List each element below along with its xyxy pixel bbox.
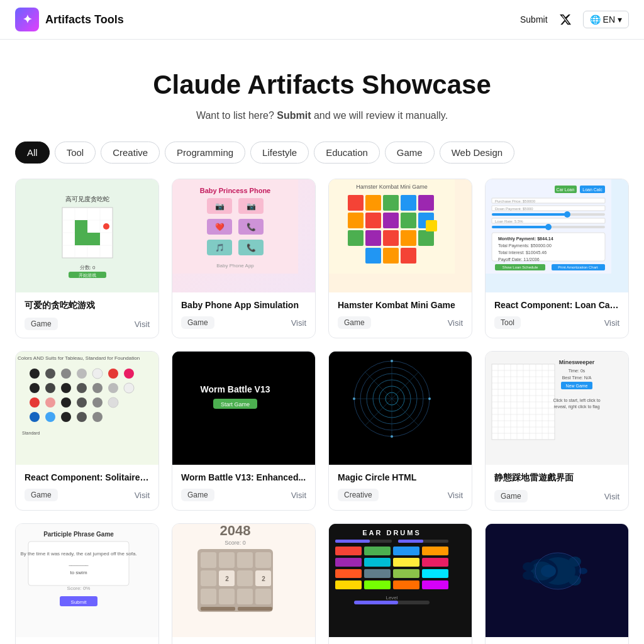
svg-rect-196 (422, 558, 448, 567)
svg-point-91 (92, 383, 103, 393)
svg-point-215 (523, 562, 534, 571)
card-hamster[interactable]: Hamster Kombat Mini Game (328, 179, 472, 338)
svg-text:to swim: to swim (70, 570, 87, 575)
svg-point-103 (77, 412, 87, 422)
svg-rect-202 (364, 580, 391, 589)
filter-bar: All Tool Creative Programming Lifestyle … (0, 142, 644, 179)
card-thumb-fractal (486, 524, 628, 637)
svg-text:reveal, right click to flag: reveal, right click to flag (553, 404, 599, 409)
card-loan[interactable]: Car Loan Loan Calc Purchase Price: $5000… (485, 179, 629, 338)
svg-rect-190 (364, 547, 391, 555)
card-baby-phone[interactable]: Baby Princess Phone 📷 📷 ❤️ 📞 🎵 📞 Baby Ph… (172, 179, 316, 338)
svg-point-87 (30, 383, 40, 393)
svg-point-83 (77, 369, 87, 379)
svg-rect-169 (237, 552, 253, 568)
card-thumb-baby-phone: Baby Princess Phone 📷 📷 ❤️ 📞 🎵 📞 Baby Ph… (172, 179, 315, 292)
card-participle[interactable]: Participle Phrase Game By the time it wa… (15, 523, 159, 644)
card-2048[interactable]: 2048 Score: 0 2 2 (172, 523, 316, 644)
svg-point-123 (391, 435, 393, 438)
svg-text:Baby Princess Phone: Baby Princess Phone (200, 187, 271, 194)
language-selector[interactable]: 🌐 EN ▾ (583, 11, 629, 28)
svg-rect-207 (354, 601, 398, 604)
svg-rect-199 (393, 569, 419, 578)
svg-rect-11 (87, 233, 100, 245)
svg-rect-49 (383, 248, 399, 264)
svg-rect-201 (335, 580, 362, 589)
svg-text:分数: 0: 分数: 0 (79, 265, 95, 270)
svg-text:Best Time: N/A: Best Time: N/A (562, 375, 592, 380)
submit-link[interactable]: Submit (520, 14, 548, 25)
svg-point-89 (61, 383, 71, 393)
filter-education[interactable]: Education (314, 142, 380, 164)
svg-rect-46 (401, 230, 416, 246)
card-fractal[interactable]: Fractal Explorer Creative Visit (485, 523, 629, 644)
card-solitaire[interactable]: Colors AND Suits for Tableau, Standard f… (15, 351, 159, 511)
svg-point-93 (124, 383, 134, 393)
svg-rect-178 (219, 589, 235, 604)
card-visit[interactable]: Visit (448, 491, 463, 500)
svg-rect-44 (365, 230, 381, 246)
navbar-right: Submit 🌐 EN ▾ (520, 11, 629, 28)
cards-grid: 高可见度贪吃蛇 分数: 0 开始游戏 可爱的贪吃蛇游 (0, 179, 644, 644)
svg-point-217 (579, 568, 587, 574)
x-twitter-icon[interactable] (558, 12, 573, 27)
filter-game[interactable]: Game (385, 142, 435, 164)
translate-icon: 🌐 (590, 14, 601, 25)
card-tag: Game (25, 318, 58, 330)
card-visit[interactable]: Visit (135, 491, 150, 500)
svg-text:Level: Level (386, 595, 397, 601)
svg-rect-204 (422, 580, 448, 589)
card-visit[interactable]: Visit (135, 319, 150, 329)
card-body: Magic Circle HTML Creative Visit (329, 465, 472, 509)
svg-text:New Game: New Game (565, 384, 587, 388)
svg-point-92 (108, 383, 118, 393)
svg-text:Purchase Price: $50000: Purchase Price: $50000 (495, 199, 536, 203)
card-visit[interactable]: Visit (604, 318, 619, 328)
svg-rect-193 (335, 558, 362, 567)
card-thumb-solitaire: Colors AND Suits for Tableau, Standard f… (16, 352, 158, 465)
svg-point-81 (45, 369, 55, 379)
card-footer: Game Visit (338, 316, 463, 329)
filter-lifestyle[interactable]: Lifestyle (250, 142, 309, 164)
svg-text:EAR DRUMS: EAR DRUMS (362, 529, 421, 536)
svg-rect-35 (383, 195, 399, 211)
card-tag: Creative (338, 489, 379, 501)
filter-all[interactable]: All (15, 142, 50, 164)
hero-submit-link[interactable]: Submit (277, 110, 311, 121)
card-ear-drums[interactable]: EAR DRUMS (328, 523, 472, 644)
filter-web-design[interactable]: Web Design (440, 142, 514, 164)
card-snake[interactable]: 高可见度贪吃蛇 分数: 0 开始游戏 可爱的贪吃蛇游 (15, 179, 159, 338)
svg-rect-37 (418, 195, 434, 211)
svg-point-104 (92, 412, 103, 422)
svg-point-97 (77, 397, 87, 408)
card-visit[interactable]: Visit (291, 318, 306, 328)
card-tag: Game (338, 316, 371, 329)
card-visit[interactable]: Visit (448, 318, 463, 328)
filter-tool[interactable]: Tool (55, 142, 96, 164)
card-title: React Component: Loan Cal... (494, 300, 619, 310)
card-visit[interactable]: Visit (604, 492, 619, 501)
card-tag: Game (25, 489, 58, 501)
svg-rect-189 (335, 547, 362, 555)
svg-rect-182 (238, 607, 272, 611)
card-worm[interactable]: Worm Battle V13 Start Game Worm Battle V… (172, 351, 316, 511)
filter-programming[interactable]: Programming (165, 142, 245, 164)
svg-text:Standard: Standard (22, 431, 40, 435)
svg-text:Colors AND Suits for Tableau, : Colors AND Suits for Tableau, Standard f… (18, 355, 140, 361)
svg-rect-62 (492, 213, 567, 216)
card-mine[interactable]: Minesweeper Time: 0s Best Time: N/A New … (485, 351, 629, 511)
svg-rect-179 (237, 589, 253, 604)
svg-rect-203 (393, 580, 419, 589)
card-body: EAR DRUMS Creative Visit (329, 637, 472, 644)
card-magic[interactable]: Magic Circle HTML Creative Visit (328, 351, 472, 511)
card-footer: Game Visit (494, 490, 619, 502)
card-visit[interactable]: Visit (291, 491, 306, 500)
svg-point-88 (45, 383, 55, 393)
svg-text:2048: 2048 (220, 524, 251, 538)
card-title: Baby Phone App Simulation (181, 300, 306, 310)
filter-creative[interactable]: Creative (101, 142, 160, 164)
svg-rect-43 (348, 230, 364, 246)
card-thumb-ear-drums: EAR DRUMS (329, 524, 472, 637)
svg-rect-38 (348, 213, 364, 228)
svg-text:Total Payments: $50000.00: Total Payments: $50000.00 (498, 243, 552, 248)
